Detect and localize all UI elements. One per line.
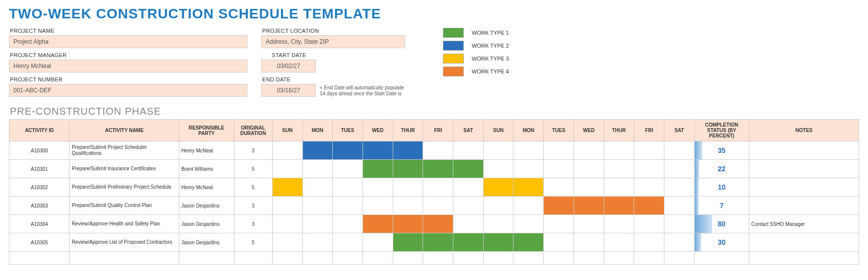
cell-duration[interactable]: 3 [234,197,272,215]
cell-notes[interactable] [749,160,859,178]
cell-day[interactable] [513,160,544,178]
cell-day[interactable] [302,197,333,215]
cell-day[interactable] [393,141,423,160]
cell-completion[interactable]: 7 [694,197,749,215]
cell-day[interactable] [574,160,604,178]
cell-activity-name[interactable]: Review/Approve List of Proposed Contract… [70,233,179,252]
cell-day[interactable] [664,141,694,160]
cell-day[interactable] [453,233,484,252]
cell-day[interactable] [513,197,544,215]
cell-day[interactable] [664,215,694,233]
cell-day[interactable] [604,141,634,160]
cell-duration[interactable]: 3 [234,215,272,233]
cell-day[interactable] [423,178,453,197]
cell-empty[interactable] [179,252,234,265]
cell-day[interactable] [302,233,333,252]
cell-activity-id[interactable]: A10303 [9,197,70,215]
cell-day[interactable] [483,233,513,252]
cell-day[interactable] [302,215,333,233]
cell-day[interactable] [362,215,393,233]
cell-day[interactable] [333,197,363,215]
cell-day[interactable] [574,141,604,160]
cell-day[interactable] [483,141,513,160]
cell-day[interactable] [664,160,694,178]
cell-day[interactable] [604,178,634,197]
cell-activity-name[interactable]: Review/Approve Health and Safety Plan [70,215,179,233]
cell-activity-id[interactable]: A10304 [9,215,70,233]
cell-day[interactable] [513,233,544,252]
cell-day[interactable] [544,178,574,197]
cell-day[interactable] [634,141,664,160]
cell-notes[interactable]: Contact SSHO Manager [749,215,859,233]
project-name-input[interactable] [9,35,247,48]
cell-responsible[interactable]: Jason Desjardins [179,233,234,252]
cell-duration[interactable]: 3 [234,141,272,160]
cell-day[interactable] [513,141,544,160]
cell-day[interactable] [574,233,604,252]
cell-day[interactable] [272,197,302,215]
cell-empty[interactable] [634,252,664,265]
cell-day[interactable] [333,215,363,233]
cell-day[interactable] [513,215,544,233]
cell-day[interactable] [604,215,634,233]
cell-empty[interactable] [272,252,302,265]
cell-duration[interactable]: 5 [234,233,272,252]
cell-empty[interactable] [749,252,859,265]
cell-day[interactable] [393,197,423,215]
cell-empty[interactable] [574,252,604,265]
cell-notes[interactable] [749,233,859,252]
cell-day[interactable] [423,197,453,215]
cell-day[interactable] [362,178,393,197]
cell-empty[interactable] [423,252,453,265]
cell-completion[interactable]: 35 [694,141,749,160]
end-date-input[interactable] [261,84,316,97]
project-manager-input[interactable] [9,60,247,72]
cell-day[interactable] [483,178,513,197]
cell-day[interactable] [483,215,513,233]
cell-completion[interactable]: 10 [694,178,749,197]
cell-day[interactable] [604,233,634,252]
cell-empty[interactable] [333,252,363,265]
cell-day[interactable] [453,178,484,197]
cell-activity-name[interactable]: Prepare/Submit Insurance Certificates [70,160,179,178]
cell-duration[interactable]: 5 [234,160,272,178]
cell-empty[interactable] [664,252,694,265]
cell-day[interactable] [544,197,574,215]
cell-day[interactable] [272,160,302,178]
cell-day[interactable] [423,141,453,160]
cell-day[interactable] [302,160,333,178]
cell-day[interactable] [333,160,363,178]
cell-empty[interactable] [513,252,544,265]
cell-day[interactable] [574,178,604,197]
cell-day[interactable] [272,141,302,160]
cell-day[interactable] [333,178,363,197]
cell-day[interactable] [362,141,393,160]
cell-day[interactable] [664,178,694,197]
cell-empty[interactable] [70,252,179,265]
cell-activity-name[interactable]: Prepare/Submit Quality Control Plan [70,197,179,215]
cell-day[interactable] [272,178,302,197]
cell-day[interactable] [362,233,393,252]
cell-responsible[interactable]: Brent Williams [179,160,234,178]
cell-day[interactable] [423,215,453,233]
cell-activity-id[interactable]: A10300 [9,141,70,160]
cell-completion[interactable]: 22 [694,160,749,178]
cell-empty[interactable] [302,252,333,265]
cell-day[interactable] [393,215,423,233]
cell-day[interactable] [362,197,393,215]
cell-day[interactable] [574,215,604,233]
cell-day[interactable] [393,160,423,178]
cell-day[interactable] [453,160,484,178]
cell-empty[interactable] [234,252,272,265]
cell-activity-name[interactable]: Prepare/Submit Project Scheduler Qualifi… [70,141,179,160]
cell-notes[interactable] [749,197,859,215]
cell-activity-name[interactable]: Prepare/Submit Preliminary Project Sched… [70,178,179,197]
project-location-input[interactable] [261,35,405,48]
cell-day[interactable] [544,233,574,252]
cell-empty[interactable] [453,252,484,265]
cell-day[interactable] [604,160,634,178]
cell-day[interactable] [634,197,664,215]
cell-day[interactable] [544,141,574,160]
cell-day[interactable] [634,215,664,233]
cell-day[interactable] [333,141,363,160]
